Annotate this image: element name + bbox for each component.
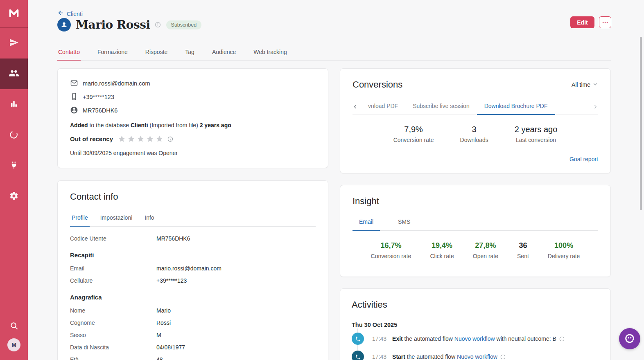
tab-tag[interactable]: Tag [184, 49, 195, 61]
stat-delivery-rate: 100% Delivery rate [548, 241, 580, 259]
contact-header: Mario Rossi Subscribed [57, 18, 201, 32]
activities-timeline: 17:43 Exit the automated flow Nuovo work… [352, 333, 599, 360]
stat-click-rate: 19,4% Click rate [430, 241, 454, 259]
sidebar-nav [0, 28, 28, 212]
field-row: Email mario.rossi@domain.com [70, 265, 316, 272]
tab-contatto[interactable]: Contatto [57, 49, 81, 61]
arrow-left-icon [58, 10, 64, 18]
plug-icon [9, 161, 18, 171]
tab-impostazioni[interactable]: Impostazioni [99, 214, 134, 227]
activity-text: Start the automated flow Nuovo workflow [392, 353, 506, 360]
breadcrumb: Clienti [58, 10, 83, 18]
contact-info-card: Contact info Profile Impostazioni Info C… [57, 180, 328, 360]
field-row: Codice Utente MR756DHK6 [70, 235, 316, 242]
title-info-icon[interactable] [154, 21, 161, 28]
conversions-card: Conversions All time vnload PDF Subscrib… [340, 68, 611, 173]
stat-sent: 36 Sent [517, 241, 529, 259]
gear-icon [9, 191, 19, 202]
tab-info[interactable]: Info [143, 214, 156, 227]
workflow-link[interactable]: Nuovo workflow [457, 353, 497, 360]
contact-avatar [57, 18, 71, 32]
until-note: Until 30/09/2025 engagement was Opener [70, 150, 316, 156]
stat-conversion-rate: 7,9% Conversion rate [393, 125, 434, 143]
conversion-stats: 7,9% Conversion rate 3 Downloads 2 years… [353, 125, 598, 143]
star-icon [118, 135, 126, 143]
goal-report-link[interactable]: Goal report [569, 156, 598, 162]
tab-sms[interactable]: SMS [391, 218, 417, 231]
app-logo[interactable] [0, 0, 28, 28]
activity-time: 17:43 [372, 353, 386, 360]
chat-smiley-icon [624, 333, 635, 345]
activities-title: Activities [352, 299, 599, 310]
scrollbar-thumb[interactable] [640, 37, 642, 210]
header-actions: Edit ⋯ [570, 16, 611, 28]
recency-label: Out of recency [70, 135, 113, 142]
stat-last-conversion: 2 years ago Last conversion [515, 125, 558, 143]
goal-tab-subscribe-live-session[interactable]: Subscribe live session [405, 103, 477, 115]
activity-item: 17:43 Exit the automated flow Nuovo work… [352, 333, 599, 345]
sidebar-item-integrations[interactable] [0, 151, 28, 181]
goal-tab-download-brochure-pdf[interactable]: Download Brochure PDF [477, 103, 555, 115]
page-tabs: Contatto Formazione Risposte Tag Audienc… [57, 49, 611, 61]
email-icon [70, 79, 78, 88]
tabs-next-button[interactable] [592, 104, 598, 110]
phone-icon [70, 92, 78, 102]
tab-email[interactable]: Email [353, 218, 380, 231]
goal-tab-download-pdf[interactable]: vnload PDF [361, 103, 405, 115]
star-icon [127, 135, 135, 143]
stat-conversion-rate: 16,7% Conversion rate [371, 241, 411, 259]
gauge-icon [9, 130, 19, 141]
chat-widget-button[interactable] [619, 328, 640, 349]
field-row: Data di Nascita 04/08/1977 [70, 344, 316, 351]
tab-audience[interactable]: Audience [211, 49, 237, 61]
tab-profile[interactable]: Profile [70, 214, 90, 227]
contact-summary-card: mario.rossi@domain.com +39*****123 MR756… [57, 68, 328, 168]
star-rating [118, 135, 163, 143]
contact-email-row: mario.rossi@domain.com [70, 79, 316, 88]
insight-stats: 16,7% Conversion rate 19,4% Click rate 2… [353, 241, 598, 259]
send-icon [9, 38, 19, 49]
search-icon [9, 321, 19, 332]
tab-risposte[interactable]: Risposte [145, 49, 168, 61]
workflow-icon [352, 333, 364, 345]
contact-info-tabs: Profile Impostazioni Info [70, 214, 316, 227]
chevron-left-icon [353, 104, 358, 110]
insight-title: Insight [353, 196, 598, 207]
stat-downloads: 3 Downloads [460, 125, 488, 143]
insight-tabs: Email SMS [353, 218, 598, 231]
edit-button[interactable]: Edit [570, 16, 594, 28]
more-options-button[interactable]: ⋯ [599, 16, 611, 28]
tab-web-tracking[interactable]: Web tracking [253, 49, 287, 61]
activities-card: Activities Thu 30 Oct 2025 17:43 Exit th… [340, 288, 611, 360]
sidebar-item-contacts[interactable] [0, 59, 28, 89]
sidebar-item-automation[interactable] [0, 120, 28, 151]
activity-info-icon[interactable] [559, 336, 565, 342]
user-avatar[interactable]: M [7, 338, 20, 351]
sidebar-item-send[interactable] [0, 28, 28, 59]
contact-phone: +39*****123 [83, 94, 114, 100]
tab-formazione[interactable]: Formazione [97, 49, 129, 61]
bar-chart-icon [9, 99, 19, 110]
mailup-logo-icon [7, 6, 21, 22]
sidebar-item-settings[interactable] [0, 181, 28, 212]
tabs-prev-button[interactable] [353, 104, 358, 110]
sidebar-search-button[interactable] [0, 316, 28, 337]
activity-info-icon[interactable] [500, 354, 506, 360]
insight-card: Insight Email SMS 16,7% Conversion rate … [340, 185, 611, 277]
field-row: Età 48 [70, 356, 316, 360]
recency-rating: Out of recency [70, 135, 316, 143]
contact-email: mario.rossi@domain.com [83, 80, 150, 87]
back-link[interactable]: Clienti [67, 11, 83, 17]
section-title-recapiti: Recapiti [70, 252, 316, 259]
recency-info-icon[interactable] [167, 136, 174, 142]
field-row: Cognome Rossi [70, 320, 316, 326]
page-title: Mario Rossi [76, 18, 150, 32]
star-icon [156, 135, 163, 143]
workflow-link[interactable]: Nuovo workflow [454, 335, 495, 342]
chevron-right-icon [592, 104, 598, 110]
contact-info-rows: Codice Utente MR756DHK6 Recapiti Email m… [70, 235, 316, 360]
sidebar-item-statistics[interactable] [0, 89, 28, 120]
workflow-icon [352, 351, 364, 360]
time-range-select[interactable]: All time [572, 81, 598, 88]
contact-phone-row: +39*****123 [70, 93, 316, 101]
